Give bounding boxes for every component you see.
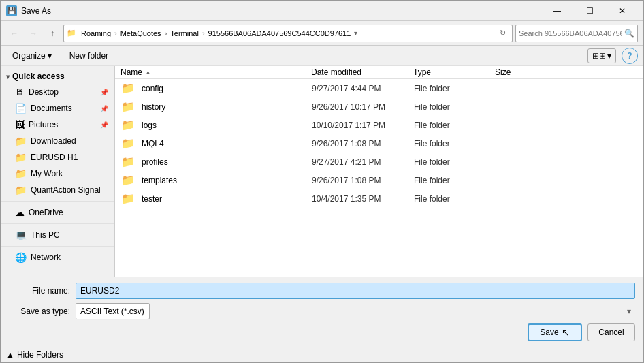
organize-chevron-icon: ▾ [48, 51, 52, 61]
path-sep-2: › [165, 29, 167, 37]
folder-icon: 📁 [121, 82, 135, 95]
path-terminal[interactable]: Terminal [168, 28, 201, 39]
table-row[interactable]: 📁 templates 9/26/2017 1:08 PM File folde… [115, 171, 643, 189]
main-content: ▾ Quick access 🖥 Desktop 📌 📄 Documents 📌… [1, 66, 643, 277]
folder-icon: 📁 [121, 137, 135, 150]
col-size-label: Size [495, 67, 511, 77]
sidebar-item-network[interactable]: 🌐 Network [1, 249, 114, 266]
address-folder-icon: 📁 [67, 29, 76, 37]
new-folder-button[interactable]: New folder [63, 48, 114, 63]
search-input[interactable] [519, 29, 622, 37]
path-hash[interactable]: 915566BA06ADA407569C544CC0D97611 [206, 28, 353, 39]
title-bar-buttons: — ☐ ✕ [541, 1, 638, 21]
path-dropdown-icon[interactable]: ▾ [354, 29, 357, 37]
forward-button[interactable]: → [25, 25, 42, 42]
save-type-select-wrapper: ASCII Text (*.csv) [76, 303, 635, 319]
command-toolbar: Organize ▾ New folder ⊞⊞ ▾ ? [1, 46, 643, 66]
folder-icon: 📁 [121, 100, 135, 113]
my-work-icon: 📁 [15, 168, 27, 179]
sort-arrow-icon: ▲ [145, 69, 151, 76]
sidebar-divider-3 [1, 246, 114, 247]
table-row[interactable]: 📁 profiles 9/27/2017 4:21 PM File folder [115, 153, 643, 171]
save-type-label: Save as type: [9, 306, 70, 316]
file-name-input[interactable] [76, 283, 635, 299]
file-name-cell: config [142, 84, 315, 93]
col-size-header[interactable]: Size [495, 67, 549, 77]
file-type-cell: File folder [414, 157, 496, 167]
folder-icon: 📁 [121, 119, 135, 131]
path-metaquotes[interactable]: MetaQuotes [118, 28, 163, 39]
window-icon: 💾 [6, 5, 17, 16]
quick-access-label: Quick access [12, 72, 65, 81]
file-type-cell: File folder [414, 139, 496, 148]
sidebar-item-desktop-label: Desktop [29, 87, 59, 97]
view-grid-icon: ⊞⊞ [592, 51, 606, 61]
table-row[interactable]: 📁 config 9/27/2017 4:44 PM File folder [115, 79, 643, 97]
address-refresh-button[interactable]: ↻ [496, 27, 509, 40]
quick-access-header[interactable]: ▾ Quick access [1, 69, 114, 84]
sidebar-divider-2 [1, 223, 114, 224]
file-name-label: File name: [9, 286, 70, 296]
sidebar-item-desktop[interactable]: 🖥 Desktop 📌 [1, 84, 114, 100]
table-row[interactable]: 📁 logs 10/10/2017 1:17 PM File folder [115, 116, 643, 134]
sidebar-item-downloaded[interactable]: 📁 Downloaded [1, 133, 114, 149]
sidebar-item-my-work-label: My Work [31, 169, 63, 178]
file-name-cell: logs [142, 121, 315, 130]
col-date-header[interactable]: Date modified [311, 67, 413, 77]
view-button[interactable]: ⊞⊞ ▾ [587, 48, 616, 63]
col-date-label: Date modified [311, 67, 361, 77]
help-button[interactable]: ? [622, 48, 638, 64]
pin-icon: 📌 [100, 89, 108, 96]
sidebar-item-pictures[interactable]: 🖼 Pictures 📌 [1, 116, 114, 133]
path-sep-1: › [114, 29, 117, 37]
table-row[interactable]: 📁 tester 10/4/2017 1:35 PM File folder [115, 189, 643, 208]
col-name-header[interactable]: Name ▲ [120, 67, 311, 77]
window-title: Save As [21, 6, 541, 16]
this-pc-icon: 💻 [15, 230, 27, 240]
pin-icon-3: 📌 [100, 121, 108, 129]
path-roaming[interactable]: Roaming [79, 28, 113, 39]
table-row[interactable]: 📁 MQL4 9/26/2017 1:08 PM File folder [115, 134, 643, 153]
back-button[interactable]: ← [6, 25, 22, 42]
col-type-header[interactable]: Type [413, 67, 495, 77]
save-type-select[interactable]: ASCII Text (*.csv) [76, 303, 150, 319]
sidebar-item-eurusd[interactable]: 📁 EURUSD H1 [1, 149, 114, 165]
sidebar-item-quantaction[interactable]: 📁 QuantAction Signal [1, 182, 114, 198]
sidebar-item-network-label: Network [31, 253, 61, 262]
minimize-button[interactable]: — [541, 1, 573, 21]
file-date-cell: 9/26/2017 1:08 PM [312, 176, 414, 185]
hide-folders-bar[interactable]: ▲ Hide Folders [1, 347, 643, 362]
hide-folders-label: Hide Folders [17, 350, 63, 360]
col-name-label: Name [120, 67, 142, 77]
pin-icon-2: 📌 [100, 105, 108, 112]
search-icon: 🔍 [624, 29, 634, 38]
eurusd-icon: 📁 [15, 152, 27, 163]
search-box[interactable]: 🔍 [515, 25, 638, 42]
up-button[interactable]: ↑ [44, 25, 61, 42]
file-name-cell: MQL4 [142, 139, 315, 148]
col-type-label: Type [413, 67, 431, 77]
onedrive-icon: ☁ [15, 207, 25, 218]
save-button[interactable]: Save ↖ [528, 323, 582, 341]
file-name-cell: templates [142, 176, 315, 185]
maximize-button[interactable]: ☐ [574, 1, 605, 21]
table-row[interactable]: 📁 history 9/26/2017 10:17 PM File folder [115, 97, 643, 116]
sidebar-item-onedrive-label: OneDrive [29, 208, 63, 217]
file-date-cell: 10/4/2017 1:35 PM [312, 194, 414, 204]
sidebar-item-this-pc[interactable]: 💻 This PC [1, 227, 114, 243]
path-sep-3: › [202, 29, 205, 37]
sidebar-item-my-work[interactable]: 📁 My Work [1, 165, 114, 182]
sidebar-item-onedrive[interactable]: ☁ OneDrive [1, 204, 114, 221]
close-button[interactable]: ✕ [607, 1, 638, 21]
file-name-cell: tester [142, 194, 315, 204]
sidebar-item-downloaded-label: Downloaded [31, 136, 76, 146]
organize-button[interactable]: Organize ▾ [6, 48, 58, 63]
quick-access-chevron-icon: ▾ [6, 73, 10, 80]
cancel-button[interactable]: Cancel [587, 323, 635, 341]
button-row: Save ↖ Cancel [9, 323, 635, 341]
address-toolbar: ← → ↑ 📁 Roaming › MetaQuotes › Terminal … [1, 21, 643, 46]
save-button-label: Save [540, 328, 558, 337]
address-bar[interactable]: 📁 Roaming › MetaQuotes › Terminal › 9155… [63, 25, 513, 42]
sidebar-item-documents[interactable]: 📄 Documents 📌 [1, 100, 114, 116]
network-icon: 🌐 [15, 252, 27, 263]
